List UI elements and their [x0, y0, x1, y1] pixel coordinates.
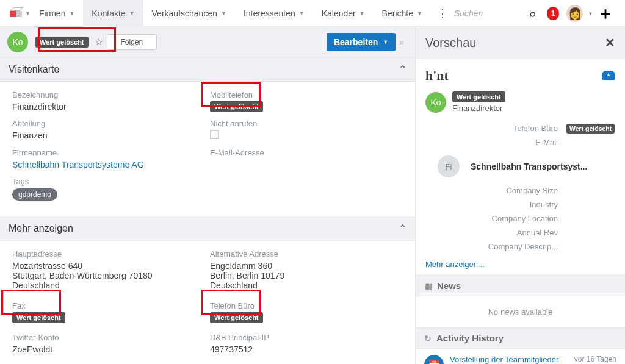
- preview-contact-row: Ko Wert gelöscht Finanzdirektor: [416, 92, 625, 119]
- company-avatar: Fi: [438, 155, 460, 177]
- quick-create-icon[interactable]: ＋: [592, 2, 619, 25]
- news-section-header: ▦News: [416, 275, 625, 296]
- history-icon: ↻: [424, 334, 432, 343]
- field-label: Company Descrip...: [425, 242, 566, 251]
- logo-caret-icon[interactable]: ▼: [25, 10, 31, 16]
- follow-button[interactable]: Folgen: [107, 34, 157, 50]
- address-line: Mozartstrasse 640: [12, 261, 205, 271]
- nav-firmen[interactable]: Firmen▼: [31, 0, 83, 27]
- cloud-upload-icon[interactable]: [602, 71, 615, 80]
- tag-pill[interactable]: gdprdemo: [12, 188, 57, 201]
- address-line: Stuttgart, Baden-Württemberg 70180: [12, 271, 205, 280]
- nav-label: Interessenten: [244, 9, 295, 18]
- company-link[interactable]: Schnellbahn Transportsysteme AG: [12, 160, 205, 170]
- field-label: Hauptadresse: [12, 249, 205, 259]
- more-link[interactable]: Mehr anzeigen...: [416, 256, 625, 275]
- field-value: Finanzen: [12, 130, 205, 140]
- preview-role: Finanzdirektor: [452, 104, 505, 113]
- contact-avatar: Ko: [425, 92, 446, 113]
- chevron-right-icon[interactable]: »: [396, 37, 408, 47]
- calendar-icon: 📅: [424, 355, 444, 364]
- main-content: Ko Wert gelöscht ☆ Folgen Bearbeiten▼ » …: [0, 27, 415, 364]
- field-label: E-Mail: [425, 138, 566, 147]
- nav-verkaufschancen[interactable]: Verkaufschancen▼: [143, 0, 235, 27]
- news-icon: ▦: [424, 281, 432, 291]
- field-label: Abteilung: [12, 119, 205, 128]
- top-nav: ▼ Firmen▼ Kontakte▼ Verkaufschancen▼ Int…: [0, 0, 625, 27]
- more-body: Hauptadresse Mozartstrasse 640 Stuttgart…: [0, 241, 415, 364]
- notification-badge[interactable]: 1: [547, 7, 560, 20]
- deleted-badge: Wert gelöscht: [210, 312, 263, 323]
- deleted-badge: Wert gelöscht: [566, 124, 615, 134]
- field-label: Bezeichnung: [12, 90, 205, 99]
- activity-title[interactable]: Vorstellung der Teammitglieder: [450, 355, 571, 364]
- nav-label: Berichte: [382, 9, 413, 18]
- field-label: Company Size: [425, 186, 566, 195]
- collapse-icon[interactable]: ⌃: [399, 223, 406, 234]
- nav-label: Firmen: [39, 9, 66, 18]
- field-value: Finanzdirektor: [12, 102, 205, 112]
- field-value: ZoeEwoldt: [12, 344, 205, 354]
- field-label: E-Mail-Adresse: [210, 148, 403, 157]
- nav-kontakte[interactable]: Kontakte▼: [83, 0, 143, 27]
- preview-title: Vorschau: [425, 36, 476, 50]
- address-line: Engeldamm 360: [210, 261, 403, 271]
- panel-header-card[interactable]: Visitenkarte ⌃: [0, 57, 415, 82]
- caret-down-icon: ▼: [69, 10, 74, 16]
- app-logo[interactable]: [10, 7, 21, 20]
- preview-fields: Telefon BüroWert gelöscht E-Mail: [416, 119, 625, 152]
- caret-down-icon: ▼: [359, 10, 365, 16]
- activity-item[interactable]: 📅 Vorstellung der Teammitglieder ABGESAG…: [416, 349, 625, 364]
- collapse-icon[interactable]: ⌃: [399, 63, 406, 75]
- field-label: Twitter-Konto: [12, 333, 205, 342]
- nav-more-icon[interactable]: ⋮: [431, 7, 454, 20]
- field-label: Tags: [12, 177, 205, 186]
- favorite-star-icon[interactable]: ☆: [95, 36, 103, 48]
- field-label: Annual Rev: [425, 228, 566, 237]
- field-label: Industry: [425, 200, 566, 209]
- activity-time: vor 16 Tagen: [571, 355, 616, 364]
- edit-button[interactable]: Bearbeiten▼: [327, 33, 396, 51]
- search-input[interactable]: Suchen: [454, 9, 524, 18]
- field-label: Nicht anrufen: [210, 119, 403, 128]
- caret-down-icon: ▼: [417, 10, 422, 16]
- activity-section-header: ↻Activity History: [416, 327, 625, 349]
- hint-logo: h'nt: [416, 59, 625, 92]
- company-fields: Company Size Industry Company Location A…: [416, 181, 625, 256]
- nav-label: Kontakte: [92, 9, 125, 18]
- name-deleted-badge: Wert gelöscht: [35, 37, 89, 48]
- field-label: Alternative Adresse: [210, 249, 403, 259]
- panel-header-more[interactable]: Mehr anzeigen ⌃: [0, 216, 415, 241]
- deleted-badge: Wert gelöscht: [12, 312, 65, 323]
- news-empty: No news available: [416, 296, 625, 327]
- nav-berichte[interactable]: Berichte▼: [374, 0, 431, 27]
- nav-kalender[interactable]: Kalender▼: [313, 0, 374, 27]
- field-label: Telefon Büro: [210, 301, 403, 310]
- user-avatar[interactable]: 👩: [566, 5, 583, 22]
- caret-down-icon: ▼: [129, 10, 135, 16]
- deleted-badge: Wert gelöscht: [452, 91, 505, 102]
- address-line: Berlin, Berlin 10179: [210, 271, 403, 280]
- close-icon[interactable]: ✕: [605, 35, 615, 50]
- caret-down-icon: ▼: [299, 10, 305, 16]
- field-label: Company Location: [425, 214, 566, 223]
- caret-down-icon: ▼: [221, 10, 226, 16]
- panel-title: Mehr anzeigen: [9, 223, 73, 234]
- field-value: 497737512: [210, 344, 403, 354]
- field-label: Mobiltelefon: [210, 90, 403, 99]
- deleted-badge: Wert gelöscht: [210, 101, 263, 112]
- nav-label: Kalender: [322, 9, 356, 18]
- hint-brand-text: h'nt: [425, 68, 449, 84]
- section-title: Activity History: [436, 333, 504, 343]
- nav-interessenten[interactable]: Interessenten▼: [235, 0, 313, 27]
- preview-panel: Vorschau ✕ h'nt Ko Wert gelöscht Finanzd…: [415, 27, 625, 364]
- contact-avatar: Ko: [7, 32, 28, 52]
- search-icon[interactable]: ⌕: [524, 8, 542, 19]
- edit-label: Bearbeiten: [334, 37, 378, 47]
- field-label: Firmenname: [12, 148, 205, 157]
- company-name[interactable]: Schnellbahn Transportsyst...: [471, 162, 587, 171]
- field-label: D&B Principal-IP: [210, 333, 403, 342]
- card-body: Bezeichnung Finanzdirektor Mobiltelefon …: [0, 82, 415, 216]
- nav-label: Verkaufschancen: [152, 9, 217, 18]
- checkbox-unchecked[interactable]: [210, 130, 219, 139]
